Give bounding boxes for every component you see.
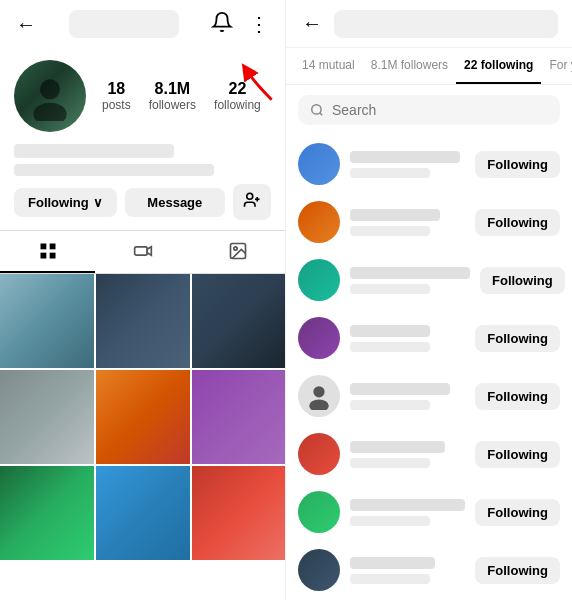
profile-section: 18 posts 8.1M followers 22 following [0,48,285,140]
following-button[interactable]: Following [475,325,560,352]
photo-cell[interactable] [192,274,285,368]
photo-cell[interactable] [192,370,285,464]
search-input[interactable] [332,102,548,118]
follow-sub-bar [350,574,430,584]
left-header: ← ⋮ [0,0,285,48]
following-label: Following [28,195,89,210]
follow-info [350,209,465,236]
follow-name-bar [350,557,435,569]
following-button[interactable]: Following [475,383,560,410]
mutual-tab-1[interactable]: 8.1M followers [363,48,456,84]
follow-info [350,267,470,294]
list-item: Following [286,541,572,599]
svg-rect-5 [40,244,46,250]
follow-info [350,441,465,468]
follow-info [350,383,465,410]
username-bar [14,144,174,158]
right-username-bar [334,10,558,38]
username-header-bar [69,10,179,38]
follow-sub-bar [350,400,430,410]
avatar [298,375,340,417]
avatar [298,549,340,591]
following-button[interactable]: Following [475,557,560,584]
list-item: Following [286,251,572,309]
photo-cell[interactable] [0,274,94,368]
followers-label: followers [149,98,196,112]
follow-info [350,325,465,352]
more-icon[interactable]: ⋮ [247,10,271,38]
avatar [298,491,340,533]
avatar [298,259,340,301]
tab-bar [0,230,285,274]
posts-stat: 18 posts [102,80,131,112]
follow-name-bar [350,151,460,163]
svg-point-1 [33,103,66,121]
follow-name-bar [350,441,445,453]
tab-video[interactable] [95,231,190,273]
header-icons: ⋮ [209,9,271,40]
avatar [14,60,86,132]
list-item: Following [286,135,572,193]
following-count: 22 [229,80,247,98]
svg-line-15 [320,113,323,116]
photo-cell[interactable] [192,466,285,560]
svg-rect-8 [49,253,55,259]
follow-sub-bar [350,168,430,178]
following-button[interactable]: Following [475,151,560,178]
photo-cell[interactable] [0,466,94,560]
posts-count: 18 [107,80,125,98]
back-button[interactable]: ← [14,11,38,38]
svg-rect-6 [49,244,55,250]
following-list: Following Following Following [286,135,572,599]
svg-marker-10 [147,247,151,255]
username-section [0,140,285,184]
list-item: Following [286,309,572,367]
photo-cell[interactable] [96,274,190,368]
search-bar [298,95,560,125]
message-button[interactable]: Message [125,188,225,217]
list-item: Following [286,367,572,425]
add-person-button[interactable] [233,184,271,220]
bell-icon[interactable] [209,9,235,40]
tab-tagged[interactable] [190,231,285,273]
avatar [298,143,340,185]
search-icon [310,103,324,117]
avatar [298,201,340,243]
stats-row: 18 posts 8.1M followers 22 following [102,80,261,112]
follow-name-bar [350,499,465,511]
avatar [298,433,340,475]
photo-cell[interactable] [0,370,94,464]
follow-sub-bar [350,342,430,352]
follow-name-bar [350,267,470,279]
photo-cell[interactable] [96,370,190,464]
svg-rect-9 [134,247,147,255]
svg-point-0 [40,79,60,99]
svg-point-17 [309,400,329,411]
list-item: Following [286,193,572,251]
follow-sub-bar [350,284,430,294]
follow-sub-bar [350,226,430,236]
avatar [298,317,340,359]
tab-grid[interactable] [0,231,95,273]
right-back-button[interactable]: ← [300,10,324,37]
follow-name-bar [350,383,450,395]
following-button[interactable]: Following ∨ [14,188,117,217]
svg-point-2 [247,193,253,199]
right-header: ← [286,0,572,48]
following-button[interactable]: Following [475,441,560,468]
following-button[interactable]: Following [475,499,560,526]
mutual-tab-2[interactable]: 22 following [456,48,541,84]
mutual-tab-0[interactable]: 14 mutual [294,48,363,84]
chevron-down-icon: ∨ [93,195,103,210]
follow-name-bar [350,209,440,221]
following-stat[interactable]: 22 following [214,80,261,112]
follow-info [350,151,465,178]
bio-bar [14,164,214,176]
right-panel: ← 14 mutual 8.1M followers 22 following … [286,0,572,600]
following-button[interactable]: Following [475,209,560,236]
svg-point-16 [313,386,324,397]
photo-cell[interactable] [96,466,190,560]
following-button[interactable]: Following [480,267,565,294]
photo-grid [0,274,285,560]
mutual-tab-3[interactable]: For you [541,48,572,84]
